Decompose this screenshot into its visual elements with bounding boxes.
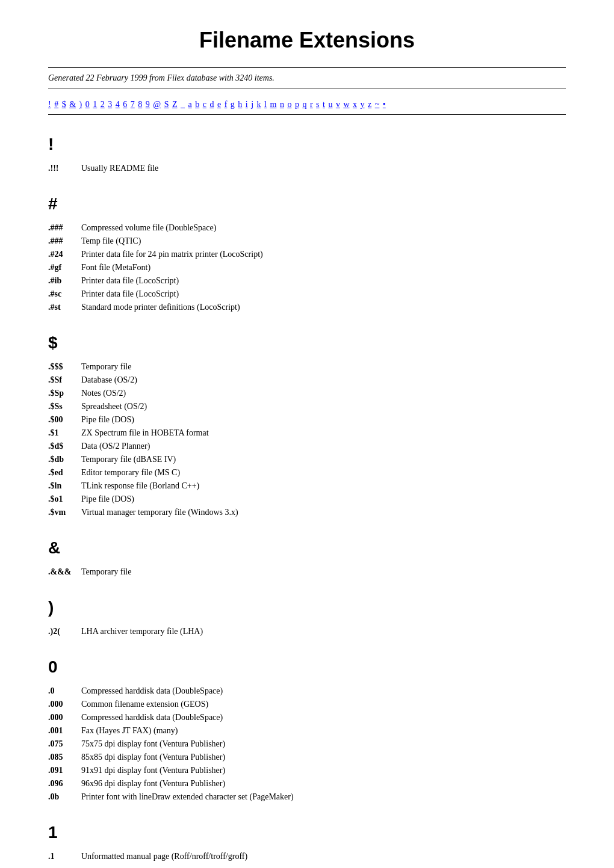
section-header-dollar: $ [48,330,566,356]
nav-link-underscore[interactable]: _ [181,100,185,109]
list-item: .$edEditor temporary file (MS C) [48,466,566,479]
nav-links[interactable]: ! # $ & ) 0 1 2 3 4 6 7 8 9 @ S Z _ a b … [48,94,566,115]
list-item: .$vmVirtual manager temporary file (Wind… [48,506,566,519]
extension-label: .075 [48,737,81,750]
nav-link-t[interactable]: t [323,100,325,109]
nav-link-bullet[interactable]: • [383,100,386,109]
nav-link-Z[interactable]: Z [172,100,178,109]
extension-label: .0 [48,685,81,697]
nav-link-a[interactable]: a [188,100,192,109]
extension-label: .1 [48,850,81,863]
extension-label: .#gf [48,261,81,274]
nav-link-h[interactable]: h [238,100,242,109]
nav-link-at[interactable]: @ [153,100,161,109]
nav-link-l[interactable]: l [264,100,267,109]
nav-link-g[interactable]: g [231,100,235,109]
nav-link-1[interactable]: 1 [93,100,97,109]
section-header-hash: # [48,191,566,217]
nav-link-7[interactable]: 7 [131,100,135,109]
extension-label: .096 [48,777,81,790]
nav-link-x[interactable]: x [353,100,357,109]
list-item: .0Compressed harddisk data (DoubleSpace) [48,685,566,697]
nav-link-z[interactable]: z [368,100,371,109]
extension-label: .#st [48,301,81,313]
extension-desc: 96x96 dpi display font (Ventura Publishe… [81,777,566,790]
nav-link-n[interactable]: n [280,100,284,109]
extension-desc: Unformatted manual page (Roff/nroff/trof… [81,850,566,863]
nav-link-b[interactable]: b [195,100,199,109]
extension-desc: Notes (OS/2) [81,387,566,399]
nav-link-tilde[interactable]: ~ [375,100,380,109]
nav-link-hash[interactable]: # [54,100,58,109]
nav-link-i[interactable]: i [246,100,248,109]
extension-label: .#sc [48,288,81,300]
list-item: .$00Pipe file (DOS) [48,413,566,426]
nav-link-8[interactable]: 8 [138,100,142,109]
nav-link-2[interactable]: 2 [101,100,105,109]
extension-label: .$d$ [48,440,81,452]
nav-link-amp[interactable]: & [69,100,76,109]
extension-desc: Printer data file (LocoScript) [81,288,566,300]
nav-link-S[interactable]: S [164,100,169,109]
extension-label: .!!! [48,162,81,174]
section-header-exclamation: ! [48,132,566,157]
extension-desc: Temporary file [81,360,566,373]
extension-desc: Spreadsheet (OS/2) [81,400,566,413]
extension-desc: Temporary file [81,565,566,578]
nav-link-9[interactable]: 9 [146,100,150,109]
section-header-one: 1 [48,820,566,845]
nav-link-u[interactable]: u [328,100,332,109]
nav-link-6[interactable]: 6 [123,100,127,109]
nav-link-m[interactable]: m [270,100,277,109]
nav-link-f[interactable]: f [225,100,228,109]
sections-container: !.!!!Usually README file#.###Compressed … [48,132,566,863]
nav-link-0[interactable]: 0 [85,100,90,109]
extension-desc: ZX Spectrum file in HOBETA format [81,426,566,439]
extension-desc: Temp file (QTIC) [81,235,566,247]
extension-label: .000 [48,698,81,710]
extension-desc: Compressed volume file (DoubleSpace) [81,221,566,234]
list-item: .$SfDatabase (OS/2) [48,374,566,386]
page-title: Filename Extensions [48,24,566,57]
extension-label: .$ed [48,466,81,479]
section-header-ampersand: & [48,535,566,561]
nav-link-v[interactable]: v [336,100,340,109]
nav-link-dollar[interactable]: $ [62,100,66,109]
nav-link-o[interactable]: o [287,100,291,109]
extension-desc: 85x85 dpi display font (Ventura Publishe… [81,751,566,763]
list-item: .$SsSpreadsheet (OS/2) [48,400,566,413]
nav-link-e[interactable]: e [217,100,221,109]
nav-link-y[interactable]: y [361,100,365,109]
nav-link-p[interactable]: p [295,100,299,109]
nav-link-q[interactable]: q [302,100,306,109]
nav-link-exclamation[interactable]: ! [48,100,51,109]
section-header-paren: ) [48,595,566,620]
list-item: .#gfFont file (MetaFont) [48,261,566,274]
extension-label: .$$$ [48,360,81,373]
extension-label: .#24 [48,248,81,260]
nav-link-paren[interactable]: ) [79,100,82,109]
extension-label: .### [48,235,81,247]
nav-link-d[interactable]: d [209,100,214,109]
extension-desc: Data (OS/2 Planner) [81,440,566,452]
extension-desc: Compressed harddisk data (DoubleSpace) [81,685,566,697]
nav-link-s[interactable]: s [316,100,319,109]
nav-link-k[interactable]: k [257,100,261,109]
extension-desc: TLink response file (Borland C++) [81,479,566,492]
nav-link-c[interactable]: c [203,100,206,109]
list-item: .09696x96 dpi display font (Ventura Publ… [48,777,566,790]
list-item: .09191x91 dpi display font (Ventura Publ… [48,764,566,777]
list-item: .0bPrinter font with lineDraw extended c… [48,790,566,803]
extension-label: .091 [48,764,81,777]
nav-link-4[interactable]: 4 [116,100,120,109]
nav-link-r[interactable]: r [310,100,313,109]
extension-desc: Common filename extension (GEOS) [81,698,566,710]
extension-label: .$Sp [48,387,81,399]
nav-link-j[interactable]: j [251,100,253,109]
extension-desc: Pipe file (DOS) [81,413,566,426]
extension-desc: Font file (MetaFont) [81,261,566,274]
nav-link-w[interactable]: w [343,100,349,109]
list-item: .$SpNotes (OS/2) [48,387,566,399]
nav-link-3[interactable]: 3 [108,100,112,109]
extension-label: .000 [48,711,81,724]
